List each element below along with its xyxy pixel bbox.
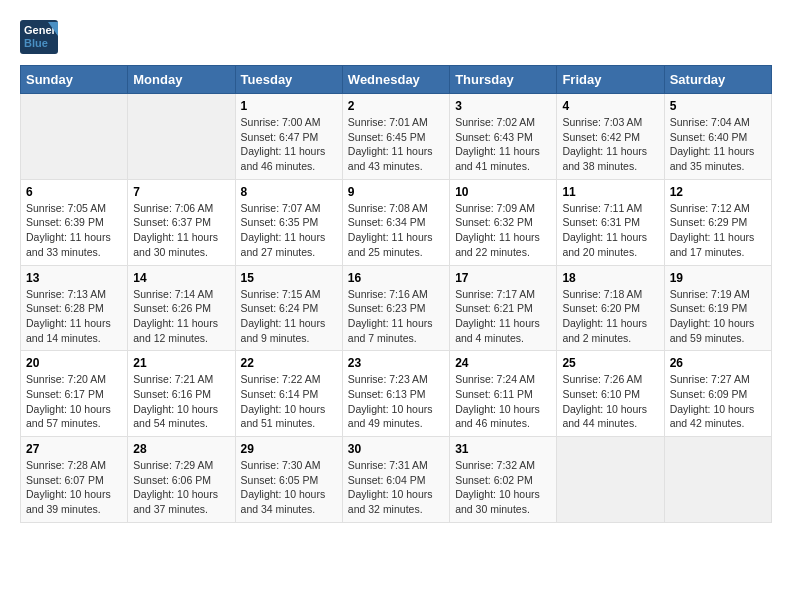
day-number: 27 bbox=[26, 442, 122, 456]
day-cell: 1Sunrise: 7:00 AMSunset: 6:47 PMDaylight… bbox=[235, 94, 342, 180]
column-header-saturday: Saturday bbox=[664, 66, 771, 94]
week-row-5: 27Sunrise: 7:28 AMSunset: 6:07 PMDayligh… bbox=[21, 437, 772, 523]
week-row-3: 13Sunrise: 7:13 AMSunset: 6:28 PMDayligh… bbox=[21, 265, 772, 351]
day-info: Sunrise: 7:23 AMSunset: 6:13 PMDaylight:… bbox=[348, 372, 444, 431]
day-number: 29 bbox=[241, 442, 337, 456]
day-cell: 11Sunrise: 7:11 AMSunset: 6:31 PMDayligh… bbox=[557, 179, 664, 265]
column-header-thursday: Thursday bbox=[450, 66, 557, 94]
logo-icon: General Blue bbox=[20, 20, 60, 55]
day-cell: 30Sunrise: 7:31 AMSunset: 6:04 PMDayligh… bbox=[342, 437, 449, 523]
day-number: 31 bbox=[455, 442, 551, 456]
page-header: General Blue bbox=[20, 20, 772, 55]
column-header-monday: Monday bbox=[128, 66, 235, 94]
day-number: 16 bbox=[348, 271, 444, 285]
column-header-tuesday: Tuesday bbox=[235, 66, 342, 94]
day-number: 18 bbox=[562, 271, 658, 285]
day-number: 11 bbox=[562, 185, 658, 199]
day-number: 30 bbox=[348, 442, 444, 456]
day-number: 28 bbox=[133, 442, 229, 456]
day-cell: 19Sunrise: 7:19 AMSunset: 6:19 PMDayligh… bbox=[664, 265, 771, 351]
day-info: Sunrise: 7:31 AMSunset: 6:04 PMDaylight:… bbox=[348, 458, 444, 517]
day-info: Sunrise: 7:26 AMSunset: 6:10 PMDaylight:… bbox=[562, 372, 658, 431]
day-cell: 4Sunrise: 7:03 AMSunset: 6:42 PMDaylight… bbox=[557, 94, 664, 180]
header-row: SundayMondayTuesdayWednesdayThursdayFrid… bbox=[21, 66, 772, 94]
day-cell: 13Sunrise: 7:13 AMSunset: 6:28 PMDayligh… bbox=[21, 265, 128, 351]
svg-text:Blue: Blue bbox=[24, 37, 48, 49]
day-cell: 22Sunrise: 7:22 AMSunset: 6:14 PMDayligh… bbox=[235, 351, 342, 437]
day-cell: 20Sunrise: 7:20 AMSunset: 6:17 PMDayligh… bbox=[21, 351, 128, 437]
day-info: Sunrise: 7:17 AMSunset: 6:21 PMDaylight:… bbox=[455, 287, 551, 346]
day-number: 8 bbox=[241, 185, 337, 199]
day-info: Sunrise: 7:07 AMSunset: 6:35 PMDaylight:… bbox=[241, 201, 337, 260]
day-info: Sunrise: 7:14 AMSunset: 6:26 PMDaylight:… bbox=[133, 287, 229, 346]
day-cell: 15Sunrise: 7:15 AMSunset: 6:24 PMDayligh… bbox=[235, 265, 342, 351]
day-number: 14 bbox=[133, 271, 229, 285]
day-info: Sunrise: 7:12 AMSunset: 6:29 PMDaylight:… bbox=[670, 201, 766, 260]
day-info: Sunrise: 7:02 AMSunset: 6:43 PMDaylight:… bbox=[455, 115, 551, 174]
day-cell: 16Sunrise: 7:16 AMSunset: 6:23 PMDayligh… bbox=[342, 265, 449, 351]
day-cell: 31Sunrise: 7:32 AMSunset: 6:02 PMDayligh… bbox=[450, 437, 557, 523]
day-cell bbox=[21, 94, 128, 180]
day-number: 20 bbox=[26, 356, 122, 370]
day-cell: 18Sunrise: 7:18 AMSunset: 6:20 PMDayligh… bbox=[557, 265, 664, 351]
day-number: 26 bbox=[670, 356, 766, 370]
day-cell: 14Sunrise: 7:14 AMSunset: 6:26 PMDayligh… bbox=[128, 265, 235, 351]
column-header-sunday: Sunday bbox=[21, 66, 128, 94]
day-info: Sunrise: 7:00 AMSunset: 6:47 PMDaylight:… bbox=[241, 115, 337, 174]
day-info: Sunrise: 7:28 AMSunset: 6:07 PMDaylight:… bbox=[26, 458, 122, 517]
day-cell: 21Sunrise: 7:21 AMSunset: 6:16 PMDayligh… bbox=[128, 351, 235, 437]
day-number: 23 bbox=[348, 356, 444, 370]
day-info: Sunrise: 7:03 AMSunset: 6:42 PMDaylight:… bbox=[562, 115, 658, 174]
day-cell: 5Sunrise: 7:04 AMSunset: 6:40 PMDaylight… bbox=[664, 94, 771, 180]
day-number: 5 bbox=[670, 99, 766, 113]
day-info: Sunrise: 7:19 AMSunset: 6:19 PMDaylight:… bbox=[670, 287, 766, 346]
day-info: Sunrise: 7:13 AMSunset: 6:28 PMDaylight:… bbox=[26, 287, 122, 346]
day-cell bbox=[664, 437, 771, 523]
day-number: 22 bbox=[241, 356, 337, 370]
day-number: 3 bbox=[455, 99, 551, 113]
day-cell: 26Sunrise: 7:27 AMSunset: 6:09 PMDayligh… bbox=[664, 351, 771, 437]
day-info: Sunrise: 7:18 AMSunset: 6:20 PMDaylight:… bbox=[562, 287, 658, 346]
day-info: Sunrise: 7:04 AMSunset: 6:40 PMDaylight:… bbox=[670, 115, 766, 174]
day-number: 6 bbox=[26, 185, 122, 199]
day-info: Sunrise: 7:20 AMSunset: 6:17 PMDaylight:… bbox=[26, 372, 122, 431]
day-number: 10 bbox=[455, 185, 551, 199]
day-number: 12 bbox=[670, 185, 766, 199]
day-cell bbox=[557, 437, 664, 523]
day-cell bbox=[128, 94, 235, 180]
day-cell: 6Sunrise: 7:05 AMSunset: 6:39 PMDaylight… bbox=[21, 179, 128, 265]
day-info: Sunrise: 7:09 AMSunset: 6:32 PMDaylight:… bbox=[455, 201, 551, 260]
day-number: 25 bbox=[562, 356, 658, 370]
day-number: 7 bbox=[133, 185, 229, 199]
day-cell: 12Sunrise: 7:12 AMSunset: 6:29 PMDayligh… bbox=[664, 179, 771, 265]
day-number: 17 bbox=[455, 271, 551, 285]
column-header-friday: Friday bbox=[557, 66, 664, 94]
day-info: Sunrise: 7:32 AMSunset: 6:02 PMDaylight:… bbox=[455, 458, 551, 517]
day-info: Sunrise: 7:30 AMSunset: 6:05 PMDaylight:… bbox=[241, 458, 337, 517]
day-number: 15 bbox=[241, 271, 337, 285]
day-number: 21 bbox=[133, 356, 229, 370]
day-cell: 10Sunrise: 7:09 AMSunset: 6:32 PMDayligh… bbox=[450, 179, 557, 265]
day-number: 1 bbox=[241, 99, 337, 113]
day-cell: 8Sunrise: 7:07 AMSunset: 6:35 PMDaylight… bbox=[235, 179, 342, 265]
day-info: Sunrise: 7:01 AMSunset: 6:45 PMDaylight:… bbox=[348, 115, 444, 174]
day-info: Sunrise: 7:06 AMSunset: 6:37 PMDaylight:… bbox=[133, 201, 229, 260]
day-cell: 7Sunrise: 7:06 AMSunset: 6:37 PMDaylight… bbox=[128, 179, 235, 265]
day-cell: 28Sunrise: 7:29 AMSunset: 6:06 PMDayligh… bbox=[128, 437, 235, 523]
day-cell: 23Sunrise: 7:23 AMSunset: 6:13 PMDayligh… bbox=[342, 351, 449, 437]
day-info: Sunrise: 7:29 AMSunset: 6:06 PMDaylight:… bbox=[133, 458, 229, 517]
column-header-wednesday: Wednesday bbox=[342, 66, 449, 94]
week-row-2: 6Sunrise: 7:05 AMSunset: 6:39 PMDaylight… bbox=[21, 179, 772, 265]
day-cell: 24Sunrise: 7:24 AMSunset: 6:11 PMDayligh… bbox=[450, 351, 557, 437]
day-number: 19 bbox=[670, 271, 766, 285]
week-row-1: 1Sunrise: 7:00 AMSunset: 6:47 PMDaylight… bbox=[21, 94, 772, 180]
day-number: 24 bbox=[455, 356, 551, 370]
day-number: 13 bbox=[26, 271, 122, 285]
day-cell: 25Sunrise: 7:26 AMSunset: 6:10 PMDayligh… bbox=[557, 351, 664, 437]
day-cell: 29Sunrise: 7:30 AMSunset: 6:05 PMDayligh… bbox=[235, 437, 342, 523]
calendar-header: SundayMondayTuesdayWednesdayThursdayFrid… bbox=[21, 66, 772, 94]
day-info: Sunrise: 7:24 AMSunset: 6:11 PMDaylight:… bbox=[455, 372, 551, 431]
day-info: Sunrise: 7:27 AMSunset: 6:09 PMDaylight:… bbox=[670, 372, 766, 431]
day-number: 4 bbox=[562, 99, 658, 113]
day-info: Sunrise: 7:21 AMSunset: 6:16 PMDaylight:… bbox=[133, 372, 229, 431]
